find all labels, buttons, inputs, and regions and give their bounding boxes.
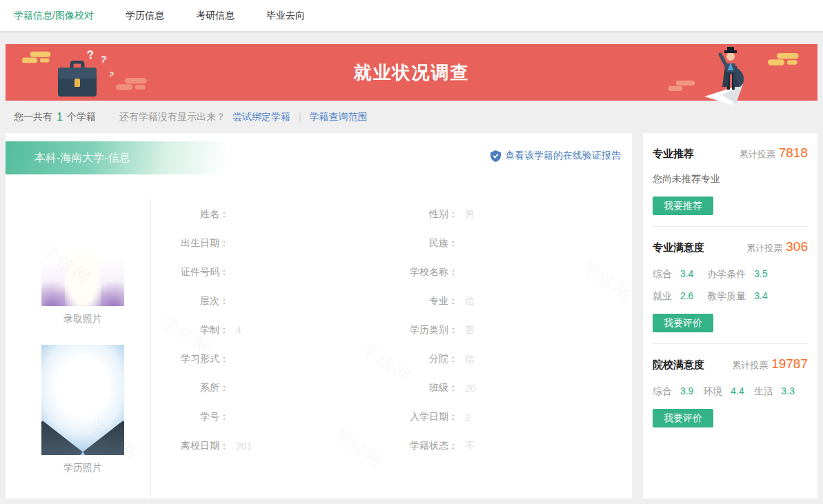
photo-column: 录取照片 学历照片	[36, 199, 130, 474]
graduate-on-paper-plane-icon	[695, 46, 764, 101]
field-label: 学号：	[152, 411, 229, 423]
field-row: 离校日期： 201 学籍状态： 不	[152, 432, 631, 461]
admission-photo	[41, 199, 124, 306]
field-label: 分院：	[377, 353, 458, 365]
field-row: 证件号码： 学校名称：	[152, 258, 631, 287]
field-value: 男	[458, 208, 631, 221]
report-link-label: 查看该学籍的在线验证报告	[505, 150, 621, 162]
field-row: 层次： 专业： 信	[152, 287, 631, 316]
page: 学籍信息/图像校对 学历信息 考研信息 毕业去向 ? ? ? 就业状况调查	[0, 0, 823, 504]
tab-graduation-destination[interactable]: 毕业去向	[266, 10, 305, 22]
student-status-summary: 您一共有 1 个学籍 还有学籍没有显示出来？ 尝试绑定学籍 | 学籍查询范围	[6, 101, 817, 133]
field-label: 学历类别：	[377, 324, 458, 336]
score-list: 综合 3.4 办学条件 3.5 就业 2.6 教学质量 3.4	[653, 259, 808, 303]
admission-photo-label: 录取照片	[36, 313, 130, 325]
student-fields: 姓名： 性别： 男 出生日期： 民族： 证件号码： 学校名称： 层次： 专业：	[152, 200, 631, 461]
student-status-card: 本科-海南大学-信息 查看该学籍的在线验证报告 录取照片 学历照片 姓名： 性别…	[6, 133, 632, 498]
school-satisfaction-section: 院校满意度 累计投票 19787 综合 3.9 环境 4.4 生活 3.3 我要…	[653, 343, 808, 439]
field-value: 201	[229, 441, 377, 452]
score-item: 教学质量 3.4	[707, 290, 767, 303]
field-label: 姓名：	[152, 208, 229, 221]
field-row: 学号： 入学日期： 2	[152, 403, 631, 432]
link-divider: |	[299, 112, 301, 123]
shield-check-icon	[490, 150, 501, 162]
score-item: 环境 4.4	[703, 385, 744, 398]
sidebar: 专业推荐 累计投票 7818 您尚未推荐专业 我要推荐 专业满意度 累计投票 3…	[643, 133, 817, 498]
summary-suffix: 个学籍	[67, 111, 96, 123]
bind-status-link[interactable]: 尝试绑定学籍	[232, 111, 290, 123]
score-label: 生活	[754, 385, 773, 396]
field-label: 入学日期：	[377, 411, 458, 423]
votes-count: 306	[786, 239, 808, 254]
score-item: 综合 3.4	[653, 268, 693, 281]
score-item: 办学条件 3.5	[707, 268, 767, 281]
score-item: 生活 3.3	[754, 385, 795, 398]
tab-student-status[interactable]: 学籍信息/图像校对	[14, 10, 94, 22]
degree-photo	[41, 345, 124, 455]
recommend-note: 您尚未推荐专业	[653, 173, 808, 185]
field-row: 姓名： 性别： 男	[152, 200, 631, 229]
votes-count: 19787	[771, 356, 808, 372]
status-count: 1	[57, 111, 63, 123]
rate-school-button[interactable]: 我要评价	[653, 409, 713, 427]
score-value: 4.4	[731, 385, 744, 396]
field-label: 出生日期：	[152, 237, 229, 250]
field-label: 学制：	[152, 324, 229, 336]
query-range-link[interactable]: 学籍查询范围	[310, 111, 368, 123]
score-value: 3.4	[680, 268, 693, 279]
section-title: 专业满意度	[653, 241, 704, 254]
field-label: 性别：	[377, 208, 458, 221]
votes-count: 7818	[779, 145, 808, 161]
field-label: 学校名称：	[377, 266, 458, 279]
field-row: 学制： 4 学历类别： 普	[152, 316, 631, 345]
employment-survey-banner[interactable]: ? ? ? 就业状况调查	[6, 44, 817, 101]
degree-photo-label: 学历照片	[36, 462, 130, 474]
summary-question: 还有学籍没有显示出来？	[119, 111, 226, 123]
summary-prefix: 您一共有	[14, 111, 52, 123]
score-value: 2.6	[680, 290, 693, 301]
score-label: 教学质量	[707, 290, 746, 301]
score-label: 就业	[653, 290, 672, 301]
votes-label: 累计投票	[740, 148, 775, 161]
rate-major-button[interactable]: 我要评价	[653, 314, 713, 332]
field-label: 民族：	[377, 237, 458, 250]
field-row: 系所： 班级： 20	[152, 374, 631, 403]
cloud-icon	[766, 52, 805, 68]
score-value: 3.5	[754, 268, 767, 279]
votes-label: 累计投票	[746, 242, 782, 254]
field-label: 班级：	[377, 382, 458, 394]
score-label: 综合	[653, 268, 672, 279]
tab-postgrad-info[interactable]: 考研信息	[196, 10, 235, 22]
score-label: 办学条件	[707, 268, 746, 279]
field-label: 层次：	[152, 295, 229, 308]
field-value: 信	[458, 295, 631, 308]
field-label: 离校日期：	[152, 440, 229, 452]
field-label: 系所：	[152, 382, 229, 394]
score-item: 综合 3.9	[653, 385, 693, 398]
field-row: 学习形式： 分院： 信	[152, 345, 631, 374]
top-nav: 学籍信息/图像校对 学历信息 考研信息 毕业去向	[0, 0, 823, 31]
field-value: 20	[458, 383, 631, 394]
column-divider	[150, 199, 151, 504]
score-value: 3.9	[680, 385, 693, 396]
votes-label: 累计投票	[732, 359, 768, 372]
field-label: 学籍状态：	[377, 440, 458, 452]
online-verification-report-link[interactable]: 查看该学籍的在线验证报告	[490, 150, 621, 162]
section-title: 专业推荐	[653, 148, 694, 161]
field-label: 学习形式：	[152, 353, 229, 365]
field-value: 信	[458, 353, 631, 365]
degree-header-title: 本科-海南大学-信息	[6, 141, 226, 174]
degree-header: 本科-海南大学-信息	[6, 141, 226, 174]
recommend-button[interactable]: 我要推荐	[653, 196, 713, 215]
field-value: 2	[458, 412, 631, 423]
field-label: 专业：	[377, 295, 458, 308]
score-label: 环境	[703, 385, 722, 396]
field-value: 普	[458, 324, 631, 336]
major-recommend-section: 专业推荐 累计投票 7818 您尚未推荐专业 我要推荐	[653, 145, 808, 226]
score-item: 就业 2.6	[653, 290, 693, 303]
section-title: 院校满意度	[653, 359, 704, 372]
score-value: 3.4	[754, 290, 767, 301]
score-label: 综合	[653, 385, 672, 396]
field-label: 证件号码：	[152, 266, 229, 279]
tab-education-info[interactable]: 学历信息	[126, 10, 164, 22]
